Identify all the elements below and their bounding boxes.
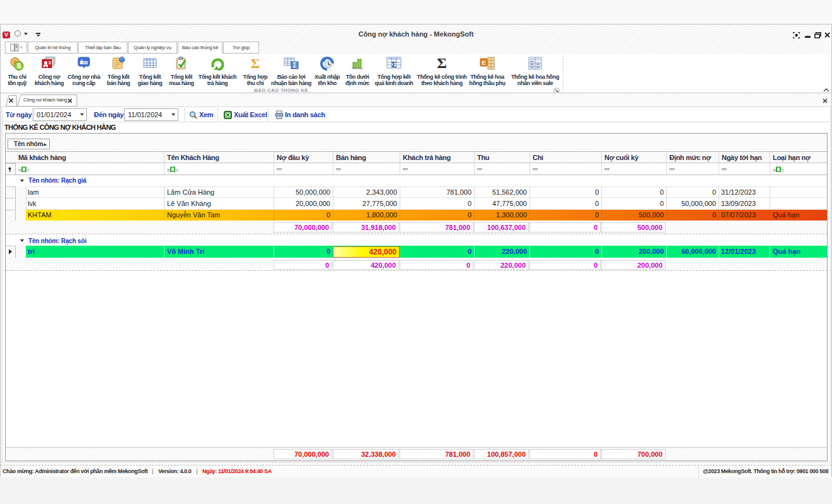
svg-text:a: a [167,167,170,172]
svg-text:a: a [18,167,21,172]
svg-text:c: c [782,167,784,172]
svg-text:E: E [482,60,485,66]
svg-text:Σ: Σ [292,62,296,69]
svg-text:a: a [773,167,776,172]
svg-text:Σ: Σ [437,56,447,71]
svg-text:$: $ [17,62,21,69]
svg-text:Σ: Σ [391,60,396,69]
svg-text:Σ: Σ [251,57,260,71]
svg-text:c: c [176,167,178,172]
svg-text:c: c [27,167,30,172]
